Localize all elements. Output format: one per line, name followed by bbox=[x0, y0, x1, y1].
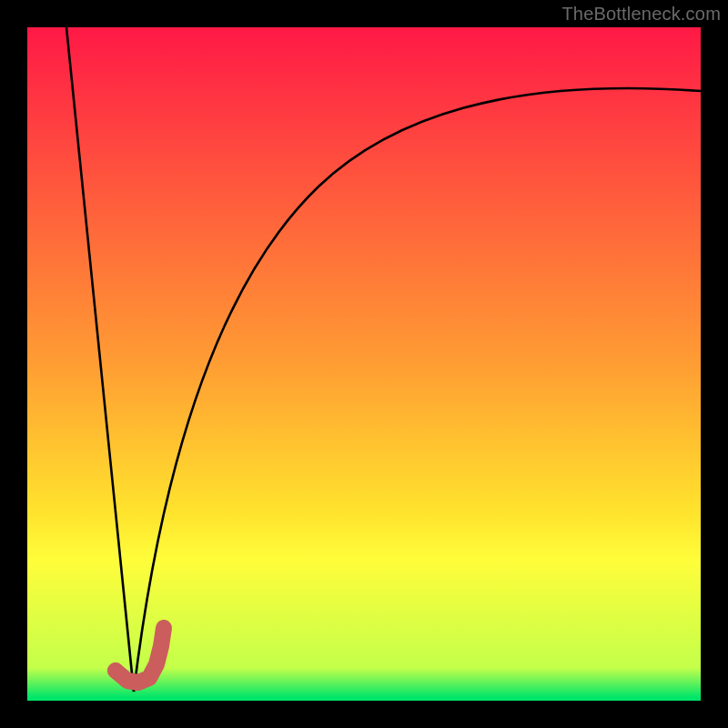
attribution-label: TheBottleneck.com bbox=[561, 4, 721, 25]
plot-svg bbox=[27, 27, 701, 701]
curve-right-branch bbox=[134, 88, 701, 692]
marker-dot bbox=[107, 662, 124, 679]
curve-left-branch bbox=[66, 27, 134, 692]
plot-frame bbox=[27, 27, 701, 701]
